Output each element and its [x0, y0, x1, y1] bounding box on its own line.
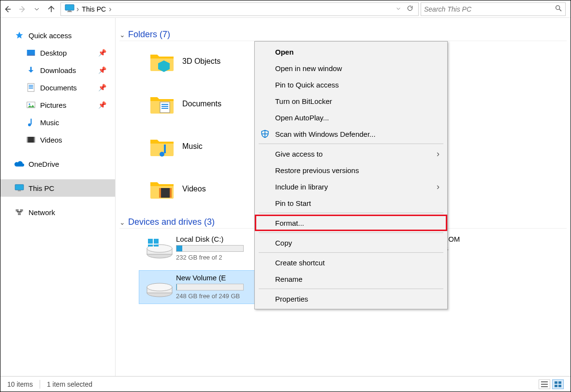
- pin-icon: 📌: [98, 101, 106, 109]
- nav-back-button[interactable]: [0, 2, 15, 16]
- svg-rect-31: [170, 188, 172, 198]
- view-large-icons-button[interactable]: [552, 379, 564, 389]
- ctx-label: Rename: [275, 275, 303, 283]
- svg-rect-48: [558, 385, 561, 387]
- svg-rect-44: [541, 386, 548, 387]
- nav-this-pc[interactable]: This PC: [0, 179, 115, 197]
- ctx-format[interactable]: Format...: [255, 215, 447, 231]
- nav-up-button[interactable]: [44, 2, 59, 16]
- group-count: (3): [204, 217, 215, 227]
- nav-onedrive[interactable]: OneDrive: [0, 155, 115, 173]
- ctx-bitlocker[interactable]: Turn on BitLocker: [255, 93, 447, 109]
- svg-point-12: [28, 123, 31, 126]
- refresh-icon: [407, 5, 413, 12]
- ctx-open[interactable]: Open: [255, 44, 447, 60]
- svg-rect-14: [27, 137, 35, 143]
- nav-pictures[interactable]: Pictures 📌: [0, 96, 115, 114]
- status-bar: 10 items 1 item selected: [0, 376, 571, 392]
- svg-rect-21: [18, 213, 21, 216]
- svg-rect-26: [161, 108, 168, 109]
- ctx-open-new-window[interactable]: Open in new window: [255, 60, 447, 76]
- nav-label: Music: [40, 118, 59, 127]
- ctx-include-library[interactable]: Include in library›: [255, 178, 447, 195]
- nav-label: This PC: [29, 184, 54, 192]
- navigation-pane: Quick access Desktop 📌 Downloads 📌 Docum…: [0, 18, 116, 376]
- nav-label: OneDrive: [29, 160, 59, 168]
- ctx-autoplay[interactable]: Open AutoPlay...: [255, 109, 447, 126]
- folder-icon: [148, 135, 176, 158]
- folder-label: Documents: [182, 100, 221, 108]
- chevron-down-icon: [396, 6, 401, 11]
- nav-downloads[interactable]: Downloads 📌: [0, 61, 115, 79]
- svg-point-27: [160, 152, 164, 157]
- nav-label: Documents: [40, 84, 77, 92]
- svg-rect-15: [27, 137, 28, 143]
- nav-network[interactable]: Network: [0, 203, 115, 221]
- ctx-copy[interactable]: Copy: [255, 234, 447, 251]
- nav-desktop[interactable]: Desktop 📌: [0, 44, 115, 61]
- view-details-button[interactable]: [539, 379, 550, 389]
- nav-documents[interactable]: Documents 📌: [0, 79, 115, 96]
- svg-point-3: [556, 5, 560, 9]
- picture-icon: [26, 102, 36, 108]
- svg-rect-24: [161, 104, 168, 105]
- context-menu: Open Open in new window Pin to Quick acc…: [254, 41, 448, 309]
- status-selected-count: 1 item selected: [47, 380, 92, 388]
- pin-icon: 📌: [98, 49, 106, 57]
- drive-rom-partial[interactable]: _ROM MB: [439, 232, 571, 265]
- pin-icon: 📌: [98, 66, 106, 74]
- nav-quick-access[interactable]: Quick access: [0, 27, 115, 44]
- svg-rect-37: [148, 245, 153, 247]
- ctx-give-access[interactable]: Give access to›: [255, 145, 447, 162]
- monitor-icon: [14, 184, 25, 192]
- nav-forward-button[interactable]: [15, 2, 29, 16]
- ctx-restore-versions[interactable]: Restore previous versions: [255, 162, 447, 178]
- cloud-icon: [14, 160, 25, 167]
- group-label: Devices and drives: [128, 217, 202, 227]
- ctx-separator: [259, 213, 443, 213]
- nav-label: Quick access: [29, 31, 72, 40]
- ctx-label: Give access to: [275, 150, 322, 158]
- ctx-pin-quick-access[interactable]: Pin to Quick access: [255, 76, 447, 93]
- breadcrumb-sep-icon: ›: [109, 5, 111, 14]
- nav-label: Desktop: [40, 49, 67, 57]
- address-refresh-button[interactable]: [404, 5, 416, 13]
- group-folders-header[interactable]: ⌄ Folders (7): [119, 29, 567, 41]
- search-input[interactable]: [424, 5, 555, 13]
- svg-rect-20: [20, 209, 23, 212]
- ctx-separator: [259, 232, 443, 233]
- search-box[interactable]: [421, 2, 566, 16]
- pin-icon: 📌: [98, 84, 106, 91]
- svg-rect-2: [67, 11, 72, 12]
- address-history-button[interactable]: [393, 6, 404, 13]
- svg-rect-36: [154, 239, 159, 244]
- ctx-pin-start[interactable]: Pin to Start: [255, 195, 447, 211]
- search-icon: [555, 4, 562, 14]
- status-item-count: 10 items: [7, 380, 33, 388]
- ctx-create-shortcut[interactable]: Create shortcut: [255, 254, 447, 271]
- svg-rect-1: [68, 11, 72, 12]
- ctx-label: Include in library: [275, 183, 328, 191]
- ctx-defender[interactable]: Scan with Windows Defender...: [255, 126, 447, 142]
- ctx-properties[interactable]: Properties: [255, 290, 447, 307]
- chevron-down-icon: [34, 6, 40, 12]
- ctx-rename[interactable]: Rename: [255, 271, 447, 287]
- folder-icon: [148, 92, 176, 116]
- ctx-separator: [259, 289, 443, 289]
- svg-rect-47: [555, 385, 557, 387]
- ctx-label: Turn on BitLocker: [275, 97, 332, 105]
- breadcrumb-location[interactable]: This PC: [79, 5, 109, 13]
- svg-rect-0: [65, 4, 74, 10]
- nav-label: Pictures: [40, 101, 66, 109]
- nav-label: Videos: [40, 136, 62, 144]
- download-icon: [26, 66, 36, 74]
- address-bar[interactable]: › This PC ›: [60, 2, 419, 16]
- nav-music[interactable]: Music: [0, 114, 115, 131]
- arrow-right-icon: [18, 5, 27, 14]
- nav-videos[interactable]: Videos: [0, 131, 115, 148]
- music-icon: [26, 118, 36, 127]
- ctx-label: Format...: [275, 219, 304, 227]
- folder-label: Videos: [182, 185, 206, 193]
- folder-label: Music: [182, 142, 203, 151]
- nav-recent-button[interactable]: [29, 2, 44, 16]
